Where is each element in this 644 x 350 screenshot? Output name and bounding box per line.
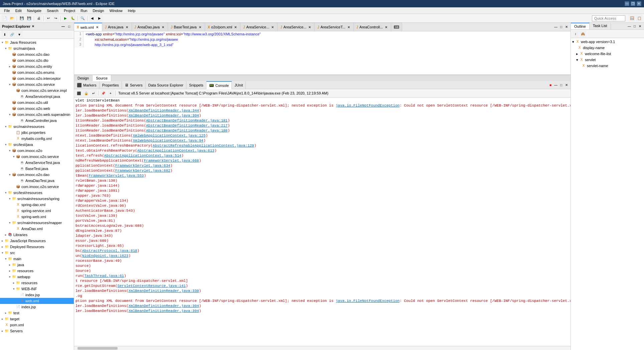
outline-maximize-btn[interactable]: □ — [632, 23, 637, 29]
pin-console-btn[interactable]: 📌 — [100, 90, 107, 97]
tab-close-pom[interactable]: ✕ — [233, 25, 237, 29]
link[interactable]: AbstractRefreshableApplicationContext.ja… — [153, 144, 254, 148]
tree-spring-web[interactable]: X spring-web.xml — [0, 214, 74, 220]
tree-areadaotest[interactable]: ☕ AreaDaoTest.java — [0, 178, 74, 184]
restore-button[interactable]: ❐ — [631, 1, 635, 6]
menu-project[interactable]: Project — [61, 8, 78, 13]
tree-service[interactable]: ▾ 📦 com.imooc.o2o.service — [0, 81, 74, 88]
menu-navigate[interactable]: Navigate — [24, 8, 44, 13]
tab-more[interactable]: 16 — [391, 23, 402, 31]
debug-button[interactable]: 🐛 — [69, 15, 76, 22]
tree-service-impl[interactable]: 📦 com.imooc.o2o.service.impl — [0, 88, 74, 94]
tab-close-areadao[interactable]: ✕ — [161, 25, 165, 29]
tab-snippets[interactable]: Snippets — [186, 81, 206, 89]
tree-spring-dao[interactable]: X spring-dao.xml — [0, 202, 74, 208]
tree-areaservicetest[interactable]: ☕ AreaServiceTest.java — [0, 160, 74, 166]
link[interactable]: AbstractApplicationContext.java:514 — [104, 154, 181, 158]
horizontal-scrollbar[interactable] — [74, 346, 571, 350]
console-terminate-btn[interactable]: ■ — [548, 82, 553, 88]
tab-pom[interactable]: X o2o/pom.xml ✕ — [205, 23, 241, 31]
panel-maximize[interactable]: □ — [66, 24, 72, 29]
link[interactable]: AbstractBeanDefinitionReader.java:181 — [146, 119, 227, 123]
xml-editor[interactable]: 1 <web-app xmlns="http://xmlns.jcp.org/n… — [74, 31, 571, 47]
tree-js-resources[interactable]: ▸ 📁 JavaScript Resources — [0, 238, 74, 244]
view-menu-btn[interactable]: ▼ — [16, 31, 23, 38]
tree-test2[interactable]: ▸ 📁 test — [0, 310, 74, 316]
h-scroll-thumb[interactable] — [77, 347, 118, 350]
link[interactable]: AbstractProtocol.java:818 — [82, 249, 137, 253]
tab-areacontroller[interactable]: J AreaControll... ✕ — [354, 23, 391, 31]
link[interactable]: FrameworkServlet.java:634 — [115, 164, 170, 168]
tab-console[interactable]: 📟 Console — [206, 81, 232, 89]
link[interactable]: AbstractBeanDefinitionReader.java:217 — [146, 124, 227, 128]
link-editor-btn[interactable]: 🔗 — [9, 31, 15, 38]
perspective-btn[interactable]: 🪟 — [629, 15, 635, 22]
link[interactable]: XmlBeanDefinitionReader.java:304 — [128, 304, 199, 308]
new-console-btn[interactable]: + — [107, 90, 114, 97]
tab-webxml[interactable]: X web.xml ✕ — [74, 23, 102, 31]
tab-close-basetest[interactable]: ✕ — [198, 25, 202, 29]
tree-webapp[interactable]: ▾ 📁 webapp — [0, 274, 74, 280]
run-button[interactable]: ▶ — [62, 15, 69, 22]
tree-areaserviceimpl[interactable]: ☕ AreaServiceImpl.java — [0, 94, 74, 100]
tree-webinf[interactable]: ▾ 📁 WEB-INF — [0, 286, 74, 292]
tab-datasource[interactable]: Data Source Explorer — [146, 81, 186, 89]
link[interactable]: XmlBeanDefinitionReader.java:330 — [128, 289, 199, 293]
tree-test-o2o[interactable]: ▾ 📦 com.imooc.o2o — [0, 148, 74, 154]
outline-webapp[interactable]: ▾ X web-app version=3.1 — [571, 39, 644, 45]
outline-sort-btn[interactable]: ↕ — [572, 30, 579, 37]
tab-markers[interactable]: ⬛ Markers — [74, 81, 100, 89]
tree-dao[interactable]: 📦 com.imooc.o2o.dao — [0, 51, 74, 57]
project-tree[interactable]: ▾ 📁 Java Resources ▾ 📁 src/main/java 📦 c… — [0, 39, 74, 350]
outline-displayname[interactable]: X display-name — [571, 45, 644, 51]
forward-button[interactable]: ▶ — [96, 15, 103, 22]
link[interactable]: FrameworkServlet.java:553 — [89, 174, 144, 178]
tab-close-ac[interactable]: ✕ — [384, 25, 388, 29]
menu-design[interactable]: Design — [90, 8, 107, 13]
outline-servlet[interactable]: ▾ X servlet — [571, 57, 644, 63]
tree-test-dao[interactable]: ▾ 📦 com.imooc.o2o.dao — [0, 172, 74, 178]
link[interactable]: TaskThread.java:61 — [84, 274, 124, 278]
tree-servers[interactable]: ▸ 📁 Servers — [0, 328, 74, 334]
tree-src[interactable]: ▾ 📁 src — [0, 250, 74, 256]
tree-webapp-resources[interactable]: ▸ 📁 resources — [0, 280, 74, 286]
tree-pomxml[interactable]: X pom.xml — [0, 322, 74, 328]
link[interactable]: XmlBeanDefinitionReader.java:304 — [128, 114, 199, 118]
tree-enums[interactable]: 📦 com.imooc.o2o.enums — [0, 69, 74, 75]
tab-areaservice3[interactable]: J AreaServiceT... ✕ — [315, 23, 354, 31]
tree-test-service2[interactable]: 📦 com.imooc.o2o.service — [0, 184, 74, 190]
tree-indexjsp2[interactable]: 📄 index.jsp — [0, 304, 74, 310]
scroll-lock-btn[interactable]: 🔒 — [83, 90, 90, 97]
tree-src-main-java[interactable]: ▾ 📁 src/main/java — [0, 45, 74, 51]
tab-close-webxml[interactable]: ✕ — [95, 25, 99, 29]
link[interactable]: FrameworkServlet.java:668 — [144, 159, 199, 163]
tab-close-as3[interactable]: ✕ — [347, 25, 351, 29]
link[interactable]: NioEndpoint.java:1623 — [82, 254, 129, 258]
menu-help[interactable]: Help — [125, 8, 138, 13]
save-all-button[interactable]: 💾 — [26, 15, 32, 22]
tree-src-test-resources[interactable]: ▾ 📁 src/test/resources — [0, 190, 74, 196]
outline-tree[interactable]: ▾ X web-app version=3.1 X display-name ▸… — [571, 38, 644, 350]
search-btn[interactable]: 🔍 — [79, 15, 86, 22]
print-button[interactable]: 🖨 — [35, 15, 42, 22]
tab-areadao[interactable]: J AreaDao.java ✕ — [132, 23, 168, 31]
tab-close-all-btn[interactable]: ✕ — [564, 24, 569, 30]
link[interactable]: XmlBeanDefinitionReader.java:304 — [128, 309, 199, 313]
tree-src-test[interactable]: ▾ 📁 src/test/java — [0, 142, 74, 148]
close-button[interactable]: ✕ — [637, 1, 641, 6]
tree-libraries[interactable]: ▸ 📚 Libraries — [0, 232, 74, 238]
tree-basetest[interactable]: ☕ BaseTest.java — [0, 166, 74, 172]
tab-minimize-btn[interactable]: — — [553, 24, 558, 30]
minimize-button[interactable]: — — [625, 1, 629, 6]
link[interactable]: XmlBeanDefinitionReader.java:344 — [128, 109, 199, 113]
tree-indexjsp[interactable]: 📄 index.jsp — [0, 292, 74, 298]
tab-areaservice2[interactable]: J AreaService... ✕ — [278, 23, 315, 31]
open-button[interactable]: 📂 — [9, 15, 15, 22]
tree-jdbc[interactable]: 📋 jdbc.properties — [0, 130, 74, 136]
tree-areacontroller[interactable]: ☕ AreaController.java — [0, 118, 74, 124]
tab-junit[interactable]: JUnit — [232, 81, 246, 89]
tree-web[interactable]: 📦 com.imooc.o2o.web — [0, 106, 74, 112]
word-wrap-btn[interactable]: ↵ — [90, 90, 97, 97]
perspective-btn2[interactable]: 📋 — [636, 15, 643, 22]
link[interactable]: XmlWebApplicationContext.java:125 — [133, 134, 206, 138]
